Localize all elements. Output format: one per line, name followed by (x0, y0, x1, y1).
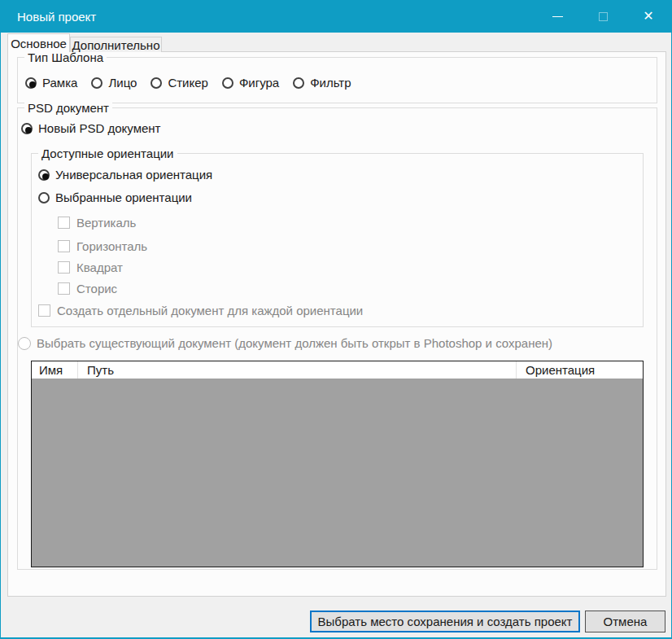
orientations-group: Доступные ориентации Универсальная ориен… (31, 153, 644, 327)
radio-icon[interactable] (91, 77, 103, 89)
caption-buttons: ✕ (535, 0, 671, 33)
cancel-button[interactable]: Отмена (585, 611, 665, 632)
radio-face[interactable]: Лицо (91, 76, 137, 90)
radio-frame[interactable]: Рамка (25, 76, 77, 90)
tab-main-label: Основное (11, 37, 67, 50)
checkbox-vertical-label: Вертикаль (76, 216, 136, 230)
window-title: Новый проект (17, 10, 535, 24)
orientations-group-label: Доступные ориентации (38, 146, 177, 161)
new-project-dialog: Новый проект ✕ Основное Дополнительно Ти… (0, 0, 672, 639)
checkbox-icon (58, 240, 70, 252)
radio-existing-document: Выбрать существующий документ (документ … (18, 336, 552, 350)
radio-icon[interactable] (38, 192, 50, 204)
minimize-button[interactable] (535, 0, 580, 33)
create-project-button-label: Выбрать место сохранения и создать проек… (318, 615, 573, 628)
radio-icon[interactable] (38, 169, 50, 181)
checkbox-icon (58, 261, 70, 274)
radio-filter[interactable]: Фильтр (293, 76, 351, 90)
radio-universal-orientation-label: Универсальная ориентация (55, 168, 212, 182)
minimize-icon (552, 16, 563, 17)
radio-selected-orientations[interactable]: Выбранные ориентации (38, 190, 192, 204)
checkbox-horizontal: Горизонталь (58, 239, 147, 253)
radio-existing-document-label: Выбрать существующий документ (документ … (37, 336, 552, 350)
tab-advanced[interactable]: Дополнительно (70, 37, 162, 52)
tab-page-main: Тип Шаблона Рамка Лицо Стикер Фигура (7, 51, 666, 597)
radio-sticker-label: Стикер (168, 76, 208, 90)
radio-icon[interactable] (25, 77, 37, 89)
radio-filter-label: Фильтр (310, 76, 351, 90)
radio-new-psd-document-label: Новый PSD документ (38, 121, 160, 135)
tab-main[interactable]: Основное (7, 33, 70, 52)
radio-icon[interactable] (222, 77, 233, 89)
checkbox-stories: Сторис (58, 282, 117, 295)
psd-document-group: PSD документ Новый PSD документ Доступны… (17, 107, 657, 570)
template-type-group: Тип Шаблона Рамка Лицо Стикер Фигура (17, 57, 657, 103)
checkbox-icon (58, 282, 70, 295)
radio-figure[interactable]: Фигура (222, 76, 279, 90)
column-header-path-label: Путь (87, 363, 114, 377)
checkbox-square: Квадрат (58, 260, 123, 274)
close-button[interactable]: ✕ (626, 0, 671, 33)
radio-frame-label: Рамка (42, 76, 77, 90)
tab-advanced-label: Дополнительно (72, 38, 160, 52)
psd-document-group-label: PSD документ (24, 100, 112, 116)
radio-icon[interactable] (151, 77, 162, 89)
create-project-button[interactable]: Выбрать место сохранения и создать проек… (310, 611, 580, 632)
close-icon: ✕ (643, 10, 653, 23)
documents-table-header: Имя Путь Ориентация (32, 361, 643, 379)
radio-icon[interactable] (21, 123, 33, 134)
radio-face-label: Лицо (108, 76, 137, 90)
radio-icon (18, 337, 31, 350)
maximize-button (580, 0, 626, 33)
checkbox-square-label: Квадрат (76, 260, 123, 274)
radio-sticker[interactable]: Стикер (151, 76, 208, 90)
radio-figure-label: Фигура (239, 76, 279, 90)
cancel-button-label: Отмена (604, 615, 648, 628)
radio-icon[interactable] (293, 77, 304, 89)
column-header-path[interactable]: Путь (78, 361, 517, 379)
documents-table: Имя Путь Ориентация (31, 361, 644, 567)
title-bar: Новый проект ✕ (1, 0, 671, 33)
checkbox-icon (58, 217, 70, 229)
column-header-name[interactable]: Имя (32, 361, 78, 379)
template-type-options: Рамка Лицо Стикер Фигура Фильтр (25, 76, 351, 90)
checkbox-separate-document-label: Создать отдельный документ для каждой ор… (57, 304, 363, 317)
checkbox-separate-document: Создать отдельный документ для каждой ор… (38, 304, 363, 317)
radio-selected-orientations-label: Выбранные ориентации (55, 190, 192, 204)
maximize-icon (599, 12, 608, 21)
column-header-name-label: Имя (39, 363, 63, 377)
documents-table-body (32, 379, 643, 567)
checkbox-icon (38, 304, 50, 317)
radio-new-psd-document[interactable]: Новый PSD документ (21, 121, 160, 135)
checkbox-vertical: Вертикаль (58, 216, 136, 230)
column-header-orientation[interactable]: Ориентация (517, 361, 643, 379)
checkbox-horizontal-label: Горизонталь (76, 239, 147, 253)
checkbox-stories-label: Сторис (76, 282, 117, 295)
radio-universal-orientation[interactable]: Универсальная ориентация (38, 168, 212, 182)
column-header-orientation-label: Ориентация (526, 363, 595, 377)
